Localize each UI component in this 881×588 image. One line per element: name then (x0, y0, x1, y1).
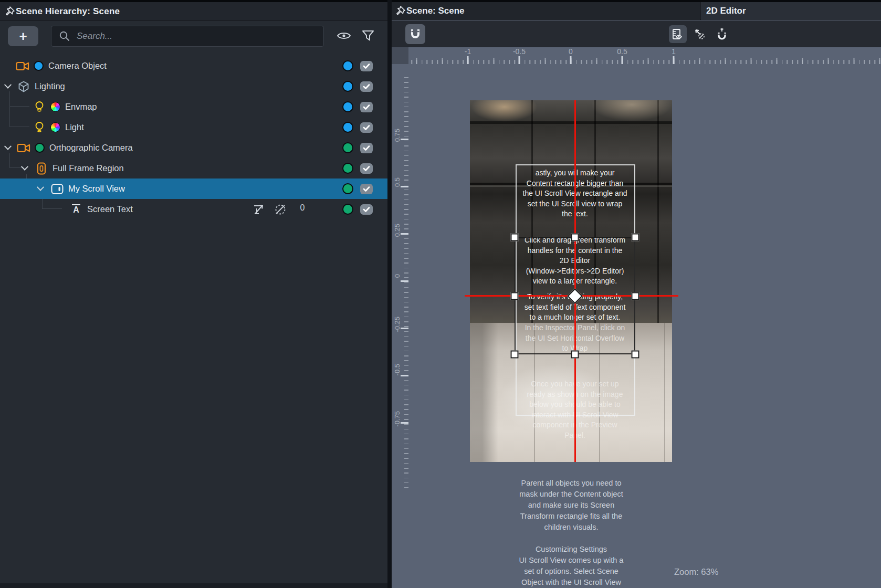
enabled-checkbox[interactable] (360, 122, 373, 133)
ruler-label: 1 (672, 47, 676, 56)
snapping-magnet-button[interactable] (405, 24, 425, 44)
panel-title: Scene Hierarchy: Scene (16, 6, 120, 17)
scene-2d-editor-panel: Scene: Scene 2D Editor (392, 2, 881, 588)
frame-region-icon (35, 162, 48, 175)
transform-handle-top-center[interactable] (571, 234, 579, 242)
add-object-button[interactable]: + (8, 26, 38, 46)
tree-row-lighting[interactable]: Lighting (0, 76, 387, 97)
visibility-dot[interactable] (342, 122, 353, 133)
tree-row-camera-object[interactable]: Camera Object (0, 56, 387, 76)
chevron-down-icon[interactable] (37, 184, 44, 191)
toggle-guides-button[interactable] (691, 25, 709, 43)
enabled-checkbox[interactable] (360, 81, 373, 92)
ruler-tick (467, 56, 469, 64)
tab-2d-editor-label: 2D Editor (706, 6, 746, 16)
ruler-tick (401, 233, 408, 235)
ruler-label: -0.25 (393, 317, 401, 332)
ruler-medium-ticks (408, 58, 881, 64)
enabled-checkbox[interactable] (360, 102, 373, 112)
chevron-down-icon[interactable] (4, 143, 12, 150)
ruler-tick (401, 186, 408, 187)
enabled-checkbox[interactable] (360, 163, 373, 174)
render-layer-disabled-icon[interactable] (274, 203, 287, 216)
snap-to-guides-button[interactable] (714, 25, 731, 43)
visibility-dot[interactable] (342, 101, 353, 112)
transform-handle-bottom-left[interactable] (511, 351, 519, 359)
light-bulb-icon (33, 101, 46, 113)
enabled-checkbox[interactable] (360, 61, 373, 71)
scene-hierarchy-header: Scene Hierarchy: Scene (0, 2, 387, 21)
ruler-label: 0 (569, 47, 573, 56)
light-bulb-icon (33, 121, 46, 134)
camera-type-dot (34, 61, 44, 71)
scene-hierarchy-panel: Scene Hierarchy: Scene + (0, 2, 387, 588)
pin-icon[interactable] (394, 5, 406, 17)
transform-handle-top-left[interactable] (511, 234, 519, 242)
ruler-tick (401, 139, 408, 140)
visibility-dot[interactable] (342, 204, 353, 215)
enabled-checkbox[interactable] (360, 204, 373, 215)
tree-row-envmap[interactable]: Envmap (0, 97, 387, 117)
render-order-badge: 0 (297, 203, 308, 213)
tab-2d-editor[interactable]: 2D Editor (701, 2, 881, 20)
color-wheel-icon (50, 102, 60, 112)
transform-handle-bottom-right[interactable] (632, 351, 639, 359)
enabled-checkbox[interactable] (360, 184, 373, 194)
enabled-checkbox[interactable] (360, 143, 373, 153)
tree-row-full-frame-region[interactable]: Full Frame Region (0, 158, 387, 178)
search-input[interactable] (77, 31, 308, 41)
tree-row-label: Orthographic Camera (49, 143, 133, 153)
screen-transform-icon[interactable] (252, 203, 266, 216)
zoom-level-label: Zoom: 63% (674, 567, 718, 577)
pin-icon[interactable] (4, 6, 15, 17)
tree-row-label: Light (65, 122, 84, 132)
hierarchy-toolbar: + (0, 22, 387, 52)
editor-toolbar (392, 20, 881, 47)
transform-handle-mid-left[interactable] (511, 292, 519, 300)
crosshair-vertical-line (574, 100, 576, 462)
transform-handle-bottom-center[interactable] (571, 351, 579, 359)
ruler-label: 0.5 (393, 177, 401, 187)
vertical-ruler: 0.75 0.5 0.25 0 -0.25 -0.5 -0.75 (392, 47, 408, 588)
scroll-view-icon (50, 183, 64, 195)
tree-row-my-scroll-view[interactable]: My Scroll View (0, 178, 387, 199)
tree-row-label: Screen Text (87, 204, 133, 214)
ruler-tick (401, 280, 408, 282)
panel-divider[interactable] (387, 0, 392, 588)
visibility-dot[interactable] (342, 163, 353, 174)
ruler-tick (519, 56, 520, 64)
canvas-caption-2: Customizing Settings UI Scroll View come… (470, 544, 672, 588)
ruler-label: -1 (465, 47, 471, 56)
tree-row-label: Full Frame Region (53, 163, 124, 173)
filter-icon[interactable] (361, 29, 375, 43)
chevron-down-icon[interactable] (4, 81, 12, 89)
panel-bottom-edge (0, 583, 387, 588)
visibility-dot[interactable] (342, 142, 353, 153)
camera-type-dot (35, 143, 45, 153)
camera-icon (16, 60, 29, 72)
text-icon: A (69, 203, 83, 216)
chevron-down-icon[interactable] (21, 163, 28, 171)
tab-scene[interactable]: Scene: Scene (392, 2, 700, 20)
transform-handle-top-right[interactable] (632, 234, 639, 242)
tree-row-label: Lighting (35, 81, 65, 91)
transform-handle-mid-right[interactable] (632, 292, 639, 300)
visibility-eye-icon[interactable] (336, 29, 352, 43)
tree-row-light[interactable]: Light (0, 117, 387, 138)
ruler-label: 0.5 (617, 47, 627, 56)
search-box (51, 26, 324, 47)
search-icon (59, 30, 70, 42)
visibility-dot[interactable] (342, 183, 353, 194)
ruler-label: 0.25 (393, 224, 401, 237)
visibility-dot[interactable] (342, 60, 353, 71)
tab-scene-label: Scene: Scene (406, 6, 465, 16)
tree-row-screen-text[interactable]: A Screen Text 0 (0, 199, 387, 219)
tree-row-orthographic-camera[interactable]: Orthographic Camera (0, 138, 387, 158)
toggle-rulers-button[interactable] (669, 25, 687, 43)
ruler-label: -0.5 (513, 47, 526, 56)
ruler-tick (570, 56, 572, 64)
cube-icon (17, 80, 30, 93)
visibility-dot[interactable] (342, 81, 353, 92)
ruler-tick (622, 56, 623, 64)
color-wheel-icon (50, 122, 60, 132)
